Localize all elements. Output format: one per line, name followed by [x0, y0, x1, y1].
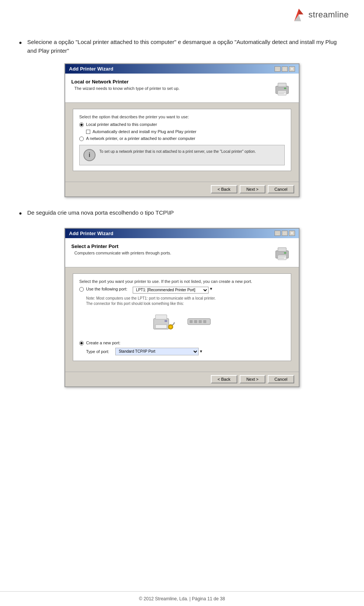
note-line2: The connector for this port should look … — [86, 301, 184, 306]
footer-bar: © 2012 Streamline, Lda. | Página 11 de 3… — [0, 591, 364, 606]
svg-rect-17 — [155, 325, 167, 328]
svg-rect-5 — [278, 91, 286, 95]
wizard2-header-text: Select a Printer Port Computers communic… — [71, 243, 171, 255]
svg-rect-12 — [284, 252, 286, 254]
minimize-button[interactable]: _ — [275, 66, 281, 72]
wizard1-header-text: Local or Network Printer The wizard need… — [71, 79, 180, 91]
wizard1-window: Add Printer Wizard _ □ ✕ Local or Networ… — [64, 63, 300, 197]
create-port-row[interactable]: Create a new port: — [79, 341, 285, 345]
option2-row[interactable]: Automatically detect and install my Plug… — [86, 129, 285, 134]
port-illustration — [79, 306, 285, 338]
wizard1-back-button[interactable]: < Back — [211, 185, 237, 193]
wizard2-next-button[interactable]: Next > — [240, 375, 265, 383]
section2-text: De seguida crie uma nova porta escolhend… — [27, 209, 174, 217]
use-port-label: Use the following port: — [86, 287, 127, 291]
wizard1-title: Add Printer Wizard — [69, 66, 113, 72]
wizard2-back-button[interactable]: < Back — [211, 375, 237, 383]
svg-rect-22 — [190, 320, 193, 323]
logo-text: streamline — [309, 10, 349, 20]
option3-row[interactable]: A network printer, or a printer attached… — [79, 136, 285, 141]
create-port-radio[interactable] — [79, 341, 84, 345]
svg-rect-23 — [194, 320, 197, 323]
info-text: To set up a network printer that is not … — [99, 149, 256, 154]
svg-rect-25 — [203, 320, 206, 323]
use-port-radio[interactable] — [79, 287, 84, 292]
svg-rect-10 — [278, 248, 286, 251]
wizard2-prompt: Select the port you want your printer to… — [79, 279, 285, 284]
option2-label: Automatically detect and install my Plug… — [93, 129, 196, 134]
maximize-button[interactable]: □ — [282, 66, 288, 72]
wizard1-next-button[interactable]: Next > — [240, 185, 265, 193]
create-port-label: Create a new port: — [86, 341, 121, 345]
wizard2-header-title: Select a Printer Port — [71, 243, 171, 249]
wizard1-footer: < Back Next > Cancel — [65, 182, 299, 196]
port-type-container: Standard TCP/IP Port ▼ — [112, 348, 203, 355]
logo-area: streamline — [290, 7, 349, 23]
section1-bullet: • Selecione a opção "Local printer attac… — [19, 38, 345, 55]
page-content: • Selecione a opção "Local printer attac… — [0, 0, 364, 421]
wizard2-close-button[interactable]: ✕ — [289, 231, 295, 236]
info-box: i To set up a network printer that is no… — [79, 145, 285, 165]
type-label: Type of port: — [86, 349, 109, 354]
wizard1-printer-icon — [271, 79, 293, 98]
wizard2-cancel-button[interactable]: Cancel — [268, 375, 294, 383]
bullet-dot-2: • — [19, 208, 22, 220]
wizard2-header-subtitle: Computers communicate with printers thro… — [74, 251, 171, 255]
option3-radio[interactable] — [79, 137, 84, 141]
port-type-row: Type of port: Standard TCP/IP Port ▼ — [86, 348, 285, 355]
section2-bullet: • De seguida crie uma nova porta escolhe… — [19, 209, 345, 220]
svg-rect-14 — [279, 258, 284, 259]
bullet-dot-1: • — [19, 37, 22, 49]
wizard2-footer: < Back Next > Cancel — [65, 372, 299, 386]
section1-text: Selecione a opção "Local printer attache… — [27, 38, 345, 55]
svg-rect-11 — [278, 255, 286, 260]
wizard1-inner-box: Select the option that describes the pri… — [73, 109, 291, 171]
wizard1-cancel-button[interactable]: Cancel — [268, 185, 294, 193]
svg-rect-18 — [165, 320, 167, 322]
use-port-row[interactable]: Use the following port: LPT1: [Recommend… — [79, 287, 285, 294]
svg-rect-24 — [199, 320, 202, 323]
svg-rect-13 — [279, 256, 286, 257]
wizard2-body: Select the port you want your printer to… — [65, 267, 299, 372]
wizard2-maximize-button[interactable]: □ — [282, 231, 288, 236]
footer-text: © 2012 Streamline, Lda. | Página 11 de 3… — [139, 596, 225, 601]
logo-icon — [290, 7, 306, 23]
wizard2-printer-icon — [271, 243, 293, 262]
svg-rect-8 — [279, 93, 284, 94]
printer-illustration — [152, 311, 178, 334]
wizard1-header-title: Local or Network Printer — [71, 79, 180, 85]
svg-rect-4 — [278, 83, 286, 87]
wizard2-minimize-button[interactable]: _ — [275, 231, 281, 236]
option2-checkbox[interactable] — [86, 130, 90, 134]
wizard1-header: Local or Network Printer The wizard need… — [65, 74, 299, 103]
note-text: Note: Most computers use the LPT1: port … — [86, 296, 285, 306]
wizard2-title: Add Printer Wizard — [69, 231, 113, 236]
titlebar-buttons: _ □ ✕ — [275, 66, 295, 72]
dropdown-arrow: ▼ — [209, 287, 213, 291]
wizard2-titlebar: Add Printer Wizard _ □ ✕ — [65, 229, 299, 238]
svg-rect-6 — [284, 88, 286, 89]
port-type-dropdown[interactable]: Standard TCP/IP Port — [115, 348, 199, 355]
svg-rect-16 — [155, 315, 167, 319]
wizard1-header-subtitle: The wizard needs to know which type of p… — [74, 86, 180, 91]
wizard2-titlebar-buttons: _ □ ✕ — [275, 231, 295, 236]
wizard1-body: Select the option that describes the pri… — [65, 103, 299, 182]
wizard1-titlebar: Add Printer Wizard _ □ ✕ — [65, 64, 299, 74]
option1-row[interactable]: Local printer attached to this computer — [79, 122, 285, 127]
wizard2-window: Add Printer Wizard _ □ ✕ Select a Printe… — [64, 228, 300, 387]
note-line1: Note: Most computers use the LPT1: port … — [86, 296, 216, 300]
svg-marker-1 — [299, 9, 303, 14]
port-type-arrow: ▼ — [199, 349, 203, 353]
close-button[interactable]: ✕ — [289, 66, 295, 72]
wizard2-header: Select a Printer Port Computers communic… — [65, 238, 299, 267]
wizard1-prompt: Select the option that describes the pri… — [79, 115, 285, 119]
port-dropdown[interactable]: LPT1: [Recommended Printer Port] — [133, 287, 209, 294]
option1-label: Local printer attached to this computer — [86, 122, 157, 127]
svg-point-20 — [169, 326, 172, 328]
svg-rect-7 — [279, 92, 286, 93]
info-icon: i — [83, 149, 96, 161]
option3-label: A network printer, or a printer attached… — [86, 136, 195, 141]
option1-radio[interactable] — [79, 122, 84, 127]
wizard2-inner-box: Select the port you want your printer to… — [73, 273, 291, 361]
cable-illustration — [186, 311, 212, 334]
